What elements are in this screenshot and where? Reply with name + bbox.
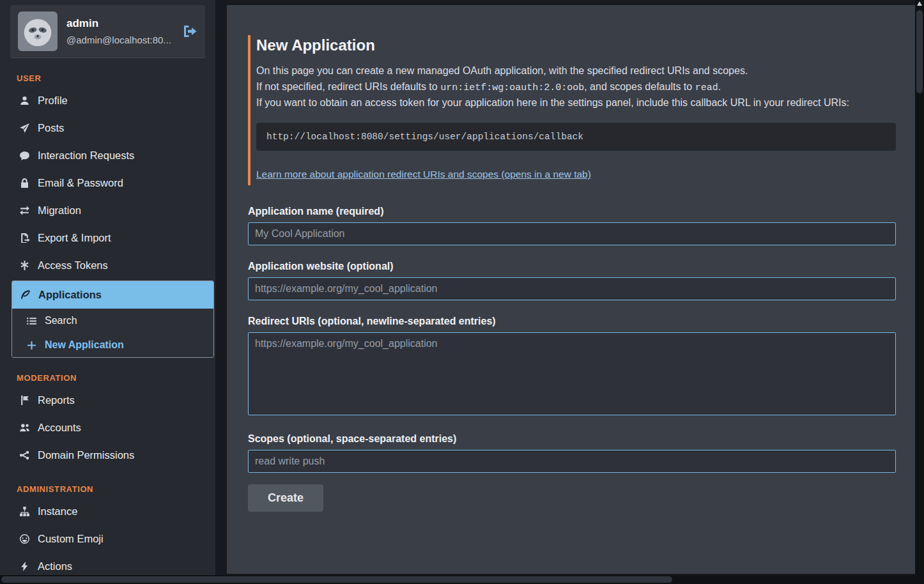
sidebar-item-interaction-requests[interactable]: Interaction Requests: [0, 142, 215, 169]
intro-line-1: On this page you can create a new manage…: [256, 63, 896, 79]
oob-code: urn:ietf:wg:oauth:2.0:oob: [440, 82, 584, 93]
section-heading-administration: ADMINISTRATION: [17, 484, 205, 494]
vertical-scrollbar[interactable]: [915, 0, 924, 584]
sidebar-item-label: Reports: [38, 394, 75, 406]
learn-more-link[interactable]: Learn more about application redirect UR…: [256, 169, 591, 180]
intro-line-3: If you want to obtain an access token fo…: [256, 95, 896, 111]
scopes-input[interactable]: [248, 450, 896, 473]
horizontal-scrollbar-thumb[interactable]: [1, 576, 672, 583]
sidebar-item-label: Email & Password: [38, 177, 123, 189]
logout-icon[interactable]: [182, 24, 197, 39]
file-export-icon: [19, 233, 30, 243]
sidebar-item-label: Applications: [38, 289, 102, 301]
application-name-input[interactable]: [248, 222, 896, 245]
scroll-up-arrow-icon[interactable]: [917, 1, 922, 6]
avatar: [18, 12, 58, 51]
comment-icon: [19, 150, 30, 161]
intro-line-2: If not specified, redirect URIs defaults…: [256, 79, 896, 95]
redirect-uris-textarea[interactable]: [248, 332, 896, 415]
sidebar-item-label: Migration: [38, 204, 81, 217]
sidebar-item-accounts[interactable]: Accounts: [0, 414, 215, 442]
sidebar-item-domain-permissions[interactable]: Domain Permissions: [0, 442, 215, 469]
sidebar-item-label: Custom Emoji: [38, 533, 104, 545]
lock-icon: [19, 178, 30, 188]
intro-block: New Application On this page you can cre…: [248, 35, 896, 185]
sidebar-item-label: Accounts: [38, 422, 81, 434]
sidebar-item-profile[interactable]: Profile: [0, 87, 215, 114]
plus-icon: [26, 340, 37, 351]
sidebar-item-custom-emoji[interactable]: Custom Emoji: [0, 525, 215, 553]
sidebar-item-instance[interactable]: Instance: [0, 498, 215, 525]
sidebar-item-new-application[interactable]: New Application: [12, 333, 213, 357]
applications-group: Applications Search New Application: [12, 280, 214, 358]
sidebar-item-label: Posts: [38, 122, 64, 134]
sidebar-item-label: Export & Import: [38, 232, 111, 244]
application-name-label: Application name (required): [248, 206, 896, 217]
sidebar-item-label: Instance: [38, 505, 77, 518]
sidebar-item-label: New Application: [45, 339, 124, 351]
sidebar-item-label: Profile: [38, 95, 68, 107]
new-application-form: Application name (required) Application …: [248, 206, 896, 512]
user-info: admin @admin@localhost:80...: [66, 17, 173, 45]
vertical-scrollbar-thumb[interactable]: [916, 10, 923, 93]
section-heading-user: USER: [17, 73, 205, 83]
user-handle: @admin@localhost:80...: [66, 35, 173, 45]
read-code: read: [695, 82, 718, 93]
create-button[interactable]: Create: [248, 484, 323, 512]
sidebar-item-label: Interaction Requests: [38, 150, 134, 162]
smiley-icon: [19, 534, 30, 544]
horizontal-scrollbar[interactable]: [0, 575, 915, 584]
flag-icon: [19, 395, 30, 406]
scopes-label: Scopes (optional, space-separated entrie…: [248, 433, 896, 445]
sidebar-item-applications-search[interactable]: Search: [12, 309, 213, 333]
paper-plane-icon: [19, 123, 30, 134]
scrollbar-corner: [915, 575, 924, 584]
list-icon: [26, 316, 37, 327]
user-card[interactable]: admin @admin@localhost:80...: [10, 5, 205, 58]
asterisk-icon: [19, 260, 30, 271]
feather-icon: [20, 289, 31, 300]
arrows-left-right-icon: [19, 205, 30, 216]
main-panel: New Application On this page you can cre…: [227, 5, 915, 574]
sidebar-item-label: Access Tokens: [38, 259, 108, 272]
sidebar-item-label: Search: [45, 315, 77, 327]
sidebar-item-migration[interactable]: Migration: [0, 197, 215, 224]
sidebar-item-email-password[interactable]: Email & Password: [0, 169, 215, 197]
user-icon: [19, 95, 30, 106]
page-title: New Application: [256, 36, 896, 54]
application-website-input[interactable]: [248, 277, 896, 300]
sidebar-item-applications[interactable]: Applications: [12, 281, 213, 309]
sitemap-icon: [19, 506, 30, 517]
sidebar-item-export-import[interactable]: Export & Import: [0, 224, 215, 252]
application-website-label: Application website (optional): [248, 261, 896, 272]
sidebar-item-posts[interactable]: Posts: [0, 114, 215, 142]
sidebar-item-label: Domain Permissions: [38, 449, 134, 461]
section-heading-moderation: MODERATION: [17, 373, 205, 383]
sidebar-item-label: Actions: [38, 560, 72, 572]
share-nodes-icon: [19, 450, 30, 461]
bolt-icon: [19, 561, 30, 572]
users-icon: [19, 422, 30, 433]
sidebar-item-access-tokens[interactable]: Access Tokens: [0, 252, 215, 279]
user-name: admin: [66, 17, 173, 30]
sidebar: admin @admin@localhost:80... USER Profil…: [0, 0, 215, 584]
callback-url-code: http://localhost:8080/settings/user/appl…: [256, 123, 896, 151]
redirect-uris-label: Redirect URIs (optional, newline-separat…: [248, 316, 896, 327]
sidebar-item-reports[interactable]: Reports: [0, 387, 215, 414]
